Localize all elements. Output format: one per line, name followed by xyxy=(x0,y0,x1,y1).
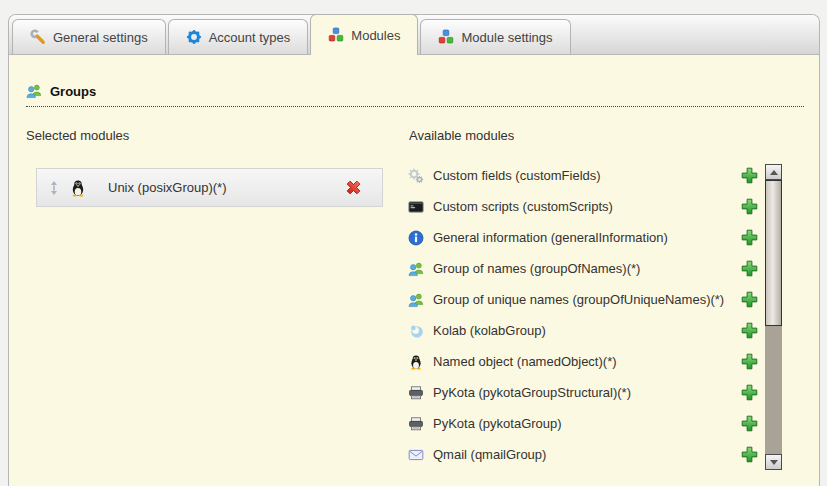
available-module-label: Qmail (qmailGroup) xyxy=(433,447,732,462)
plus-icon xyxy=(741,322,758,339)
add-module-button[interactable] xyxy=(741,446,758,463)
tab-modules[interactable]: Modules xyxy=(310,14,418,55)
available-module-label: Custom fields (customFields) xyxy=(433,168,732,183)
add-module-button[interactable] xyxy=(741,415,758,432)
gear-icon xyxy=(186,29,202,45)
plus-icon xyxy=(741,415,758,432)
drag-handle-icon[interactable] xyxy=(50,181,58,195)
plus-icon xyxy=(741,260,758,277)
tab-module-settings[interactable]: Module settings xyxy=(420,19,570,54)
section-title: Groups xyxy=(50,84,96,99)
scroll-down-button[interactable] xyxy=(765,454,782,470)
tab-label: General settings xyxy=(53,30,148,45)
available-modules-list: Custom fields (customFields) Custom scri… xyxy=(408,160,758,470)
tab-account-types[interactable]: Account types xyxy=(168,19,309,54)
group-icon xyxy=(408,292,424,308)
plus-icon xyxy=(741,291,758,308)
available-module-label: Custom scripts (customScripts) xyxy=(433,199,732,214)
settings-panel: General settings Account types Modules M… xyxy=(8,14,820,486)
remove-module-button[interactable] xyxy=(345,179,362,196)
available-module-row: General information (generalInformation) xyxy=(408,222,758,253)
tab-bar: General settings Account types Modules M… xyxy=(9,15,819,55)
add-module-button[interactable] xyxy=(741,291,758,308)
available-module-row: Group of unique names (groupOfUniqueName… xyxy=(408,284,758,315)
plus-icon xyxy=(741,198,758,215)
scrollbar[interactable] xyxy=(765,164,782,470)
triangle-up-icon xyxy=(770,170,778,175)
selected-modules-heading: Selected modules xyxy=(26,128,129,143)
selected-module-label: Unix (posixGroup)(*) xyxy=(108,180,226,195)
modules-icon xyxy=(438,29,454,45)
scrollbar-thumb[interactable] xyxy=(765,180,782,326)
add-module-button[interactable] xyxy=(741,353,758,370)
add-module-button[interactable] xyxy=(741,260,758,277)
available-module-label: PyKota (pykotaGroupStructural)(*) xyxy=(433,385,732,400)
printer-icon xyxy=(408,416,424,432)
selected-module-row: Unix (posixGroup)(*) xyxy=(36,168,383,207)
tab-general-settings[interactable]: General settings xyxy=(12,19,166,54)
section-header-groups: Groups xyxy=(26,83,804,107)
available-modules-heading: Available modules xyxy=(409,128,514,143)
available-module-row: Named object (namedObject)(*) xyxy=(408,346,758,377)
plus-icon xyxy=(741,384,758,401)
available-module-label: Group of unique names (groupOfUniqueName… xyxy=(433,292,732,307)
available-module-row: Group of names (groupOfNames)(*) xyxy=(408,253,758,284)
kolab-icon xyxy=(408,323,424,339)
tab-label: Module settings xyxy=(461,30,552,45)
tux-icon xyxy=(408,354,424,370)
printer-icon xyxy=(408,385,424,401)
tux-icon xyxy=(69,179,87,197)
group-icon xyxy=(408,261,424,277)
plus-icon xyxy=(741,353,758,370)
scroll-up-button[interactable] xyxy=(765,164,782,180)
tab-label: Modules xyxy=(351,28,400,43)
available-module-row: PyKota (pykotaGroupStructural)(*) xyxy=(408,377,758,408)
available-module-label: Group of names (groupOfNames)(*) xyxy=(433,261,732,276)
add-module-button[interactable] xyxy=(741,198,758,215)
modules-icon xyxy=(328,27,344,43)
add-module-button[interactable] xyxy=(741,322,758,339)
wrench-icon xyxy=(30,29,46,45)
gears-icon xyxy=(408,168,424,184)
available-module-label: Named object (namedObject)(*) xyxy=(433,354,732,369)
available-module-row: PyKota (pykotaGroup) xyxy=(408,408,758,439)
plus-icon xyxy=(741,229,758,246)
groups-icon xyxy=(26,83,42,99)
tab-label: Account types xyxy=(209,30,291,45)
plus-icon xyxy=(741,167,758,184)
add-module-button[interactable] xyxy=(741,384,758,401)
available-module-label: General information (generalInformation) xyxy=(433,230,732,245)
available-module-row: Custom scripts (customScripts) xyxy=(408,191,758,222)
available-module-row: Qmail (qmailGroup) xyxy=(408,439,758,470)
add-module-button[interactable] xyxy=(741,167,758,184)
terminal-icon xyxy=(408,199,424,215)
available-module-label: Kolab (kolabGroup) xyxy=(433,323,732,338)
delete-x-icon xyxy=(345,179,362,196)
info-icon xyxy=(408,230,424,246)
envelope-icon xyxy=(408,447,424,463)
available-module-label: PyKota (pykotaGroup) xyxy=(433,416,732,431)
plus-icon xyxy=(741,446,758,463)
triangle-down-icon xyxy=(770,460,778,465)
available-module-row: Kolab (kolabGroup) xyxy=(408,315,758,346)
add-module-button[interactable] xyxy=(741,229,758,246)
available-module-row: Custom fields (customFields) xyxy=(408,160,758,191)
